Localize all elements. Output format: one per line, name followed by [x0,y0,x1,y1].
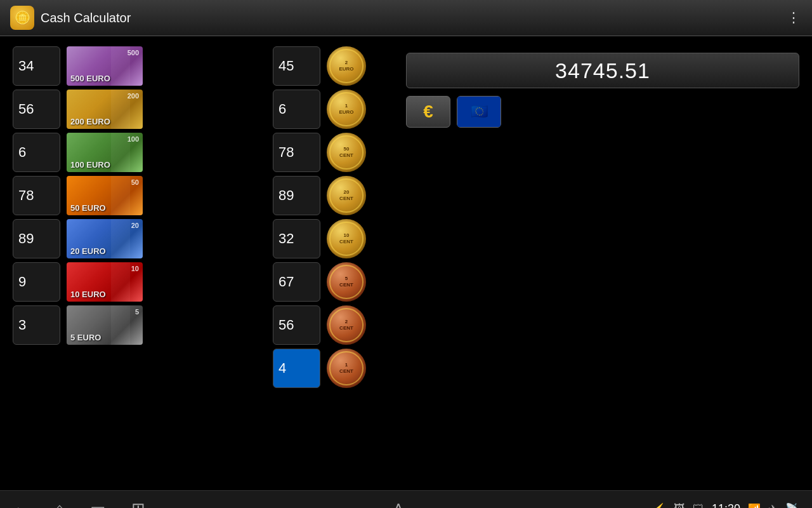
main-content: 34500 EURO50056200 EURO2006100 EURO10078… [0,36,812,490]
status-bar-right: ⚡ 🖼 🛡 11:30 📶 ✈ 📡 [652,502,799,509]
banknote-row: 35 EURO5 [13,305,254,345]
total-value: 34745.51 [555,58,650,83]
coin-image-2c: 2 CENT [327,305,366,345]
banknote-image-5: 5 EURO5 [67,305,143,345]
menu-button[interactable]: ⊞ [131,499,145,508]
banknote-row: 910 EURO10 [13,262,254,302]
banknote-qty-500[interactable]: 34 [13,46,60,86]
coin-qty-10cent[interactable]: 32 [273,219,320,258]
topbar-left: 🪙 Cash Calculator [10,6,131,30]
nav-left-group: ← ⌂ ▭ ⊞ [13,499,145,508]
coin-row: 61 EURO [273,90,381,129]
clock: 11:30 [712,502,740,508]
coins-panel: 452 EURO61 EURO7850 CENT8920 CENT3210 CE… [254,46,381,480]
banknote-image-20: 20 EURO20 [67,219,143,258]
banknote-row: 7850 EURO50 [13,176,254,215]
coin-image-5c: 5 CENT [327,262,366,302]
coin-image-20c: 20 CENT [327,176,366,215]
banknote-row: 6100 EURO100 [13,133,254,172]
coin-row: 7850 CENT [273,133,381,172]
top-bar: 🪙 Cash Calculator ⋮ [0,0,812,36]
banknote-qty-20[interactable]: 89 [13,219,60,258]
coin-qty-1cent[interactable]: 4 [273,349,320,388]
coin-image-50c: 50 CENT [327,133,366,172]
back-button[interactable]: ← [13,499,29,508]
coin-image-2€: 2 EURO [327,46,366,86]
banknote-image-200: 200 EURO200 [67,90,143,129]
coin-row: 3210 CENT [273,219,381,258]
banknote-qty-50[interactable]: 78 [13,176,60,215]
coin-image-1€: 1 EURO [327,90,366,129]
currency-button[interactable]: € [406,96,450,128]
app-icon-glyph: 🪙 [15,10,30,25]
airplane-icon: ✈ [768,502,778,509]
home-button[interactable]: ⌂ [55,499,65,508]
banknote-image-500: 500 EURO500 [67,46,143,86]
banknote-row: 56200 EURO200 [13,90,254,129]
wifi-icon: 📶 [748,503,761,508]
bottom-nav-bar: ← ⌂ ▭ ⊞ ⋀ ⚡ 🖼 🛡 11:30 📶 ✈ 📡 [0,490,812,508]
coin-image-1c: 1 CENT [327,349,366,388]
coin-row: 452 EURO [273,46,381,86]
signal-icon: 📡 [785,502,799,509]
app-icon: 🪙 [10,6,34,30]
right-panel: 34745.51 € 🇪🇺 [381,46,799,480]
banknote-qty-200[interactable]: 56 [13,90,60,129]
banknote-row: 34500 EURO500 [13,46,254,86]
currency-symbol: € [423,102,433,122]
coin-row: 562 CENT [273,305,381,345]
coin-qty-20cent[interactable]: 89 [273,176,320,215]
usb-icon: ⚡ [652,502,666,509]
eu-flag: 🇪🇺 [457,97,501,127]
coin-row: 675 CENT [273,262,381,302]
banknote-qty-100[interactable]: 6 [13,133,60,172]
coin-qty-2euro[interactable]: 45 [273,46,320,86]
up-button[interactable]: ⋀ [393,501,404,509]
total-display: 34745.51 [406,53,799,88]
shield-icon: 🛡 [693,502,704,508]
image-icon: 🖼 [674,502,685,508]
coin-qty-5cent[interactable]: 67 [273,262,320,302]
coin-row: 8920 CENT [273,176,381,215]
banknotes-panel: 34500 EURO50056200 EURO2006100 EURO10078… [13,46,254,480]
coin-qty-50cent[interactable]: 78 [273,133,320,172]
nav-center-group: ⋀ [393,501,404,509]
banknote-qty-5[interactable]: 3 [13,305,60,345]
coin-row: 41 CENT [273,349,381,388]
currency-row: € 🇪🇺 [406,96,799,128]
coin-image-10c: 10 CENT [327,219,366,258]
coin-qty-1euro[interactable]: 6 [273,90,320,129]
coin-qty-2cent[interactable]: 56 [273,305,320,345]
banknote-row: 8920 EURO20 [13,219,254,258]
recents-button[interactable]: ▭ [90,499,106,508]
overflow-menu-button[interactable]: ⋮ [787,10,802,26]
banknote-image-100: 100 EURO100 [67,133,143,172]
banknote-qty-10[interactable]: 9 [13,262,60,302]
banknote-image-50: 50 EURO50 [67,176,143,215]
app-title: Cash Calculator [41,11,131,25]
banknote-image-10: 10 EURO10 [67,262,143,302]
flag-button[interactable]: 🇪🇺 [457,96,501,128]
